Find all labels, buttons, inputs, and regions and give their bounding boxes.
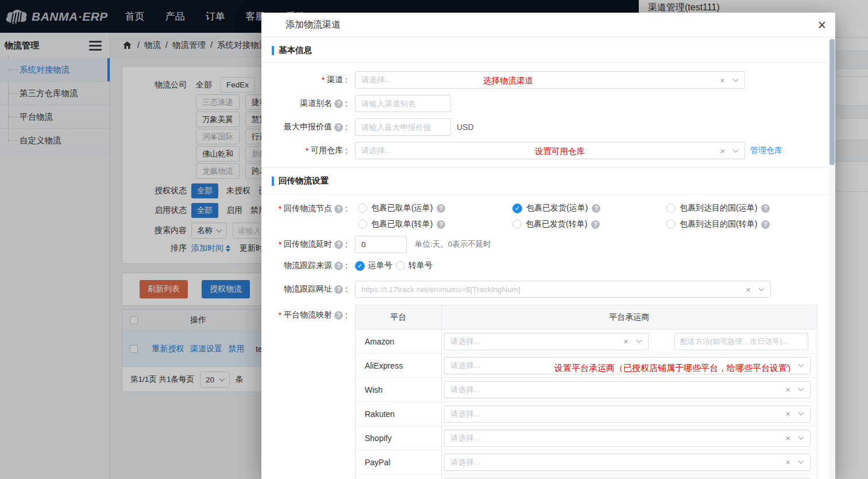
radio-icon[interactable]	[666, 220, 676, 229]
alias-input[interactable]	[355, 95, 451, 112]
colon: :	[345, 122, 348, 132]
wish-carrier-select[interactable]: 请选择... ×	[444, 381, 811, 398]
channel-label: 渠道	[327, 75, 343, 85]
section-tracking: 回传物流设置	[272, 175, 329, 186]
clear-icon[interactable]: ×	[623, 336, 628, 346]
amazon-carrier-select[interactable]: 请选择... ×	[444, 333, 649, 350]
mapping-row-shopify: Shopify 请选择... ×	[356, 426, 817, 450]
node-option-picked-transfer[interactable]: 包裹已取单(转单) ?	[355, 218, 510, 231]
node-option-label: 包裹到达目的国(转单)	[680, 219, 757, 229]
help-icon[interactable]: ?	[591, 220, 600, 229]
help-icon[interactable]: ?	[437, 220, 445, 229]
node-option-label: 包裹到达目的国(运单)	[680, 203, 757, 213]
node-option-shipped-transfer[interactable]: 包裹已发货(转单) ?	[510, 218, 663, 231]
node-option-picked-waybill[interactable]: 包裹已取单(运单) ?	[355, 202, 510, 214]
radio-icon[interactable]	[666, 204, 676, 213]
colon: :	[345, 285, 348, 294]
help-icon[interactable]: ?	[334, 205, 343, 213]
colon: :	[345, 75, 348, 85]
platform-name: Amazon	[356, 337, 394, 346]
radio-checked-icon[interactable]: ✓	[512, 204, 522, 213]
source-option-waybill[interactable]: 运单号	[368, 260, 392, 271]
currency-suffix: USD	[457, 122, 474, 132]
help-icon[interactable]: ?	[334, 240, 343, 249]
radio-icon[interactable]	[358, 204, 367, 213]
chevron-down-icon[interactable]	[798, 410, 804, 416]
modal-scrollbar-thumb[interactable]	[830, 39, 835, 165]
platform-column-header: 平台	[356, 305, 442, 329]
source-option-transfer[interactable]: 转单号	[408, 260, 433, 271]
node-option-label: 包裹已发货(转单)	[526, 219, 587, 229]
radio-icon[interactable]	[358, 220, 367, 229]
clear-icon[interactable]: ×	[785, 457, 790, 467]
radio-icon[interactable]	[396, 261, 405, 270]
amazon-ship-method-input[interactable]	[674, 333, 808, 350]
divider	[261, 194, 829, 194]
platform-name: PayPal	[356, 458, 390, 467]
channel-placeholder: 请选择...	[361, 75, 714, 85]
clear-icon[interactable]: ×	[720, 75, 725, 85]
help-icon[interactable]: ?	[761, 204, 770, 213]
manage-warehouse-link[interactable]: 管理仓库	[750, 145, 782, 156]
clear-icon[interactable]: ×	[746, 285, 751, 294]
delay-input[interactable]	[355, 236, 407, 253]
aliexpress-carrier-select[interactable]: 请选择... ×	[444, 357, 811, 374]
channel-select[interactable]: 请选择... × 选择物流渠道	[355, 71, 745, 89]
chevron-down-icon[interactable]	[798, 434, 804, 440]
alias-field-row: 渠道别名 ? :	[261, 95, 829, 112]
help-icon[interactable]: ?	[761, 220, 770, 229]
help-icon[interactable]: ?	[334, 123, 343, 132]
mapping-row-paypal: PayPal 请选择... ×	[356, 450, 817, 474]
warehouse-select[interactable]: 请选择... × 设置可用仓库	[355, 142, 745, 159]
chevron-down-icon[interactable]	[733, 76, 739, 82]
mapping-row-rakuten: Rakuten 请选择... ×	[356, 402, 817, 426]
section-accent-bar	[272, 46, 274, 55]
paypal-carrier-select[interactable]: 请选择... ×	[444, 454, 811, 471]
required-star: *	[306, 146, 308, 155]
max-declare-input[interactable]	[355, 118, 451, 136]
section-basic-info: 基本信息	[272, 45, 312, 56]
rakuten-carrier-select[interactable]: 请选择... ×	[444, 405, 811, 423]
platform-name: AliExpress	[356, 361, 403, 370]
chevron-down-icon[interactable]	[636, 338, 642, 343]
help-icon[interactable]: ?	[334, 311, 343, 320]
warehouse-field-row: * 可用仓库 : 请选择... × 设置可用仓库 管理仓库	[261, 142, 829, 159]
alias-label: 渠道别名	[300, 98, 332, 109]
clear-icon[interactable]: ×	[785, 385, 790, 394]
clear-icon[interactable]: ×	[785, 433, 790, 443]
section-accent-bar	[272, 177, 274, 186]
platform-name: Wish	[356, 385, 383, 394]
radio-checked-icon[interactable]: ✓	[355, 261, 365, 271]
carrier-column-header: 平台承运商	[442, 305, 817, 329]
help-icon[interactable]: ?	[437, 204, 445, 213]
divider	[261, 62, 829, 63]
channel-field-row: * 渠道 : 请选择... × 选择物流渠道	[261, 71, 829, 89]
shopify-carrier-select[interactable]: 请选择... ×	[444, 430, 811, 447]
chevron-down-icon[interactable]	[733, 147, 739, 152]
warehouse-placeholder: 请选择...	[361, 145, 714, 156]
clear-icon[interactable]: ×	[720, 146, 725, 156]
clear-icon[interactable]: ×	[785, 361, 790, 370]
node-option-shipped-waybill[interactable]: ✓ 包裹已发货(运单) ?	[510, 202, 663, 214]
help-icon[interactable]: ?	[334, 262, 343, 270]
chevron-down-icon[interactable]	[759, 285, 765, 291]
help-icon[interactable]: ?	[592, 204, 600, 213]
platform-name: Rakuten	[356, 409, 395, 419]
help-icon[interactable]: ?	[334, 99, 343, 108]
clear-icon[interactable]: ×	[785, 409, 790, 419]
page: BANMA·ERP 首页 产品 订单 客服 采购 物流管理 系统对接物流 第三方…	[0, 0, 868, 479]
tracking-url-select[interactable]: https://t.17track.net/en#nums=$[Tracking…	[355, 281, 771, 298]
select-placeholder: 请选择...	[450, 433, 780, 443]
node-option-arrived-transfer[interactable]: 包裹到达目的国(转单) ?	[663, 218, 770, 231]
mapping-row-clipped	[356, 474, 817, 479]
chevron-down-icon[interactable]	[798, 386, 804, 392]
platform-name: Shopify	[356, 434, 392, 443]
chevron-down-icon[interactable]	[798, 458, 804, 464]
tracking-source-label: 物流跟踪来源	[284, 260, 332, 271]
max-declare-field-row: 最大申报价值 ? : USD	[261, 118, 829, 136]
close-icon[interactable]: ×	[817, 16, 826, 33]
help-icon[interactable]: ?	[334, 285, 343, 294]
radio-icon[interactable]	[512, 220, 522, 229]
chevron-down-icon[interactable]	[798, 362, 804, 367]
node-option-arrived-waybill[interactable]: 包裹到达目的国(运单) ?	[663, 202, 770, 214]
